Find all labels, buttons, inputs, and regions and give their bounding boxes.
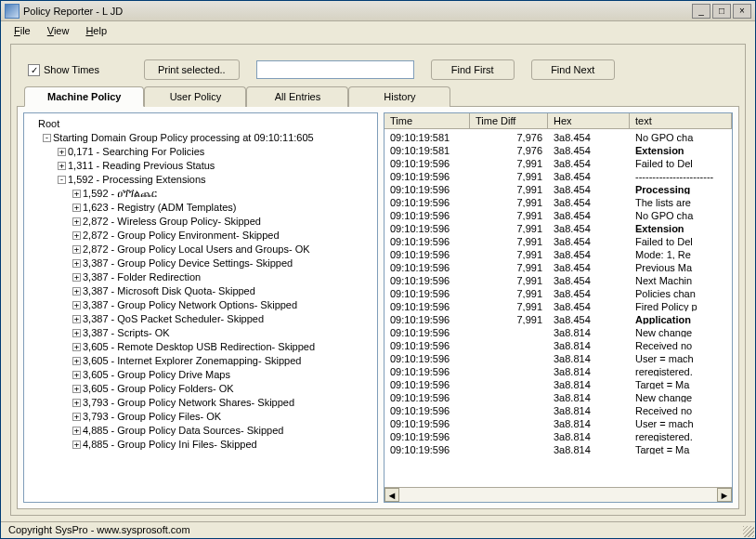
col-text[interactable]: text <box>630 113 732 128</box>
tree-expander[interactable]: + <box>72 273 81 282</box>
resize-grip-icon[interactable] <box>743 526 754 537</box>
tree-expander[interactable]: + <box>72 287 81 296</box>
tree-node[interactable]: +3,605 - Group Policy Drive Maps <box>28 368 373 382</box>
tree-node[interactable]: +Root <box>28 117 373 131</box>
tree-expander[interactable]: + <box>72 385 81 393</box>
search-input[interactable] <box>256 60 414 79</box>
tree-node[interactable]: +3,793 - Group Policy Files- OK <box>28 410 373 424</box>
scroll-right-icon[interactable]: ► <box>717 488 732 502</box>
tree-node[interactable]: +4,885 - Group Policy Data Sources- Skip… <box>28 424 373 438</box>
close-button[interactable]: × <box>733 4 751 19</box>
list-row[interactable]: 09:10:19:5967,9913a8.454Next Machin <box>385 272 732 285</box>
show-times-checkbox[interactable]: ✓ <box>28 64 40 76</box>
menu-file[interactable]: File <box>7 23 38 38</box>
tree-node[interactable]: +3,387 - Folder Redirection <box>28 270 373 284</box>
list-row[interactable]: 09:10:19:5967,9913a8.454Failed to Del <box>385 155 732 168</box>
tree-node[interactable]: -Starting Domain Group Policy processing… <box>28 131 373 145</box>
tree-expander[interactable]: + <box>58 162 66 170</box>
tree-node[interactable]: +3,793 - Group Policy Network Shares- Sk… <box>28 396 373 410</box>
tab-all-entries[interactable]: All Entries <box>246 86 348 107</box>
cell-text: User = mach <box>630 350 732 363</box>
menu-view[interactable]: View <box>40 23 77 38</box>
tree-expander[interactable]: + <box>72 329 81 337</box>
list-row[interactable]: 09:10:19:5963a8.814New change <box>385 324 732 337</box>
list-row[interactable]: 09:10:19:5967,9913a8.454Failed to Del <box>385 233 732 246</box>
tree-node[interactable]: +3,605 - Group Policy Folders- OK <box>28 382 373 396</box>
tree-expander[interactable]: + <box>72 259 81 268</box>
tree-node[interactable]: +1,311 - Reading Previous Status <box>28 159 373 173</box>
list-row[interactable]: 09:10:19:5963a8.814reregistered. <box>385 363 732 376</box>
list-row[interactable]: 09:10:19:5817,9763a8.454No GPO cha <box>385 129 732 142</box>
find-first-button[interactable]: Find First <box>431 59 515 80</box>
list-body[interactable]: 09:10:19:5817,9763a8.454No GPO cha09:10:… <box>385 129 732 487</box>
col-time-diff[interactable]: Time Diff <box>470 113 548 128</box>
tab-user-policy[interactable]: User Policy <box>144 86 246 107</box>
tree-node-label: 4,885 - Group Policy Ini Files- Skipped <box>83 438 257 452</box>
horizontal-scrollbar[interactable]: ◄ ► <box>385 487 732 502</box>
tree-node[interactable]: +1,623 - Registry (ADM Templates) <box>28 201 373 215</box>
tree-pane[interactable]: +Root-Starting Domain Group Policy proce… <box>23 112 378 503</box>
tree-expander[interactable]: + <box>72 343 81 351</box>
list-row[interactable]: 09:10:19:5967,9913a8.454Fired Policy p <box>385 298 732 311</box>
tree-expander[interactable]: + <box>72 315 81 323</box>
tree-expander[interactable]: - <box>58 176 66 184</box>
list-row[interactable]: 09:10:19:5967,9913a8.454----------------… <box>385 168 732 181</box>
tree-node[interactable]: +2,872 - Group Policy Local Users and Gr… <box>28 243 373 256</box>
list-row[interactable]: 09:10:19:5963a8.814New change <box>385 389 732 402</box>
tree-expander[interactable]: + <box>58 148 66 156</box>
tree-expander[interactable]: + <box>72 440 81 449</box>
print-selected-button[interactable]: Print selected.. <box>144 59 240 80</box>
tree-expander[interactable]: + <box>72 357 81 365</box>
list-row[interactable]: 09:10:19:5963a8.814User = mach <box>385 415 732 428</box>
minimize-button[interactable]: _ <box>692 4 710 19</box>
list-row[interactable]: 09:10:19:5967,9913a8.454Policies chan <box>385 285 732 298</box>
tree-expander[interactable]: + <box>72 231 81 240</box>
list-row[interactable]: 09:10:19:5967,9913a8.454Extension <box>385 220 732 233</box>
list-header[interactable]: Time Time Diff Hex text <box>385 113 732 129</box>
list-row[interactable]: 09:10:19:5963a8.814reregistered. <box>385 428 732 441</box>
list-row[interactable]: 09:10:19:5967,9913a8.454Processing <box>385 181 732 194</box>
tree-node[interactable]: +3,387 - Group Policy Network Options- S… <box>28 298 373 312</box>
tree-node[interactable]: +3,387 - Scripts- OK <box>28 326 373 340</box>
tree-node[interactable]: +4,885 - Group Policy Ini Files- Skipped <box>28 438 373 452</box>
list-row[interactable]: 09:10:19:5963a8.814Target = Ma <box>385 376 732 389</box>
tree-expander[interactable]: + <box>72 371 81 379</box>
find-next-button[interactable]: Find Next <box>531 59 615 80</box>
tree-node[interactable]: +2,872 - Wireless Group Policy- Skipped <box>28 215 373 229</box>
tree-node[interactable]: +3,387 - Microsoft Disk Quota- Skipped <box>28 284 373 298</box>
list-row[interactable]: 09:10:19:5963a8.814Received no <box>385 337 732 350</box>
tree-node[interactable]: +1,592 - ዐጘጘልጨር <box>28 187 373 201</box>
list-row[interactable]: 09:10:19:5963a8.814User = mach <box>385 350 732 363</box>
col-time[interactable]: Time <box>385 113 470 128</box>
list-row[interactable]: 09:10:19:5967,9913a8.454The lists are <box>385 194 732 207</box>
tree-expander[interactable]: + <box>72 190 81 198</box>
list-row[interactable]: 09:10:19:5967,9913a8.454Mode: 1, Re <box>385 246 732 259</box>
list-row[interactable]: 09:10:19:5817,9763a8.454Extension <box>385 142 732 155</box>
tree-node[interactable]: +3,605 - Remote Desktop USB Redirection-… <box>28 340 373 354</box>
list-row[interactable]: 09:10:19:5967,9913a8.454Application <box>385 311 732 324</box>
tree-expander[interactable]: - <box>43 134 51 142</box>
tree-expander[interactable]: + <box>72 204 81 212</box>
list-row[interactable]: 09:10:19:5963a8.814Target = Ma <box>385 441 732 454</box>
menu-help[interactable]: Help <box>78 23 114 38</box>
col-hex[interactable]: Hex <box>548 113 630 128</box>
tree-expander[interactable]: + <box>72 413 81 421</box>
list-row[interactable]: 09:10:19:5967,9913a8.454Previous Ma <box>385 259 732 272</box>
tree-node[interactable]: +3,387 - Group Policy Device Settings- S… <box>28 256 373 270</box>
tree-node[interactable]: +0,171 - Searching For Policies <box>28 145 373 159</box>
maximize-button[interactable]: □ <box>712 4 731 19</box>
tree-expander[interactable]: + <box>72 427 81 435</box>
tree-expander[interactable]: + <box>72 217 81 226</box>
scroll-left-icon[interactable]: ◄ <box>385 488 399 502</box>
tree-node[interactable]: +3,605 - Internet Explorer Zonemapping- … <box>28 354 373 368</box>
tab-history[interactable]: History <box>348 86 450 107</box>
tab-machine-policy[interactable]: Machine Policy <box>24 86 144 107</box>
tree-node[interactable]: -1,592 - Processing Extensions <box>28 173 373 187</box>
list-row[interactable]: 09:10:19:5963a8.814Received no <box>385 402 732 415</box>
tree-expander[interactable]: + <box>72 245 81 254</box>
tree-expander[interactable]: + <box>72 399 81 407</box>
list-row[interactable]: 09:10:19:5967,9913a8.454No GPO cha <box>385 207 732 220</box>
tree-expander[interactable]: + <box>72 301 81 309</box>
tree-node[interactable]: +3,387 - QoS Packet Scheduler- Skipped <box>28 312 373 326</box>
tree-node[interactable]: +2,872 - Group Policy Environment- Skipp… <box>28 229 373 243</box>
